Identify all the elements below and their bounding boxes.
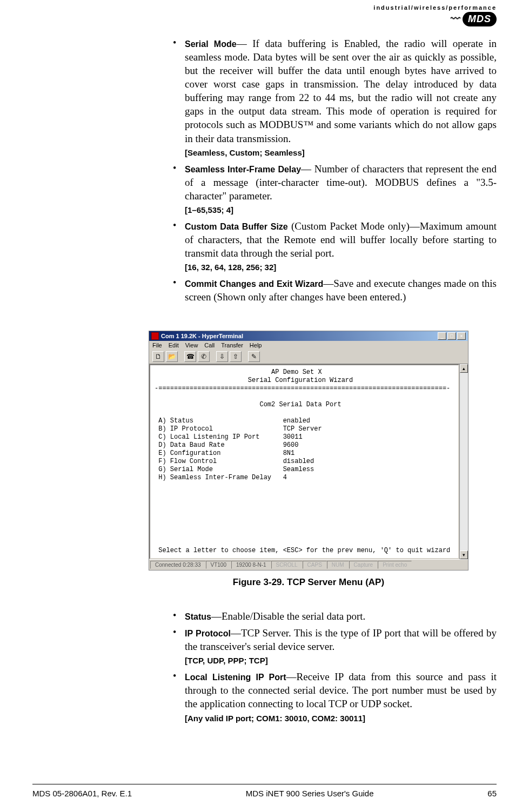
bullet-term: Commit Changes and Exit Wizard <box>185 279 323 288</box>
titlebar: Com 1 19.2K - HyperTerminal _ □ × <box>149 331 468 341</box>
footer-center: MDS iNET 900 Series User's Guide <box>246 789 374 798</box>
close-button[interactable]: × <box>457 332 466 340</box>
bullet-options: [16, 32, 64, 128, 256; 32] <box>185 263 276 272</box>
footer: MDS 05-2806A01, Rev. E.1 MDS iNET 900 Se… <box>32 784 497 798</box>
toolbar-send-icon[interactable]: ⇩ <box>216 351 228 362</box>
bullet-options: [Seamless, Custom; Seamless] <box>185 148 305 157</box>
status-num: NUM <box>327 561 349 569</box>
menu-item[interactable]: Call <box>204 342 215 348</box>
scroll-down-icon[interactable]: ▾ <box>460 551 468 559</box>
bullet-description: —TCP Server. This is the type of IP port… <box>185 627 497 652</box>
figure-container: Com 1 19.2K - HyperTerminal _ □ × FileEd… <box>149 331 468 588</box>
bullet-term: IP Protocol <box>185 629 231 638</box>
menu-item[interactable]: File <box>152 342 162 348</box>
status-connected: Connected 0:28:33 <box>150 561 206 569</box>
header-tagline: industrial/wireless/performance <box>373 4 497 11</box>
bullet-options: [Any valid IP port; COM1: 30010, COM2: 3… <box>185 714 365 723</box>
status-emulation: VT100 <box>206 561 231 569</box>
header-logo: 〰 MDS <box>451 12 497 26</box>
bullet-item: Seamless Inter-Frame Delay— Number of ch… <box>172 162 497 216</box>
vertical-scrollbar[interactable]: ▴ ▾ <box>459 364 468 559</box>
bullet-item: Custom Data Buffer Size (Custom Packet M… <box>172 219 497 273</box>
bullet-item: Status—Enable/Disable the serial data po… <box>172 609 497 623</box>
bullet-item: Local Listening IP Port—Receive IP data … <box>172 670 497 724</box>
toolbar-connect-icon[interactable]: ☎ <box>184 351 196 362</box>
menu-item[interactable]: Edit <box>169 342 179 348</box>
toolbar-open-icon[interactable]: 📂 <box>166 351 178 362</box>
bullet-term: Seamless Inter-Frame Delay <box>185 165 301 174</box>
scroll-track[interactable] <box>460 373 468 551</box>
menu-item[interactable]: View <box>185 342 198 348</box>
toolbar-properties-icon[interactable]: ✎ <box>248 351 260 362</box>
status-capture: Capture <box>349 561 378 569</box>
status-caps: CAPS <box>303 561 327 569</box>
bullet-list-bottom: Status—Enable/Disable the serial data po… <box>172 609 497 724</box>
minimize-button[interactable]: _ <box>438 332 446 340</box>
terminal-body: AP Demo Set X Serial Configuration Wizar… <box>149 364 459 559</box>
status-scroll: SCROLL <box>271 561 303 569</box>
scroll-up-icon[interactable]: ▴ <box>460 364 468 373</box>
status-settings: 19200 8-N-1 <box>231 561 271 569</box>
content-bottom: Status—Enable/Disable the serial data po… <box>172 609 497 728</box>
logo-wave-icon: 〰 <box>451 14 460 25</box>
toolbar-disconnect-icon[interactable]: ✆ <box>198 351 210 362</box>
bullet-options: [1–65,535; 4] <box>185 205 233 214</box>
logo-text: MDS <box>463 12 497 26</box>
app-icon <box>151 332 159 340</box>
bullet-term: Local Listening IP Port <box>185 673 286 682</box>
footer-left: MDS 05-2806A01, Rev. E.1 <box>32 789 132 798</box>
figure-caption: Figure 3-29. TCP Server Menu (AP) <box>149 577 468 588</box>
footer-right: 65 <box>487 789 497 798</box>
bullet-description: —Enable/Disable the serial data port. <box>211 610 365 622</box>
maximize-button[interactable]: □ <box>447 332 456 340</box>
bullet-term: Status <box>185 612 211 621</box>
content-top: Serial Mode— If data buffering is Enable… <box>172 37 497 307</box>
terminal-window: Com 1 19.2K - HyperTerminal _ □ × FileEd… <box>149 331 468 571</box>
statusbar: Connected 0:28:33 VT100 19200 8-N-1 SCRO… <box>149 559 468 570</box>
bullet-options: [TCP, UDP, PPP; TCP] <box>185 656 268 665</box>
bullet-term: Custom Data Buffer Size <box>185 222 288 231</box>
bullet-list-top: Serial Mode— If data buffering is Enable… <box>172 37 497 304</box>
bullet-item: Commit Changes and Exit Wizard—Save and … <box>172 277 497 304</box>
window-title: Com 1 19.2K - HyperTerminal <box>161 333 243 339</box>
menu-item[interactable]: Help <box>250 342 262 348</box>
toolbar: 🗋 📂 ☎ ✆ ⇩ ⇧ ✎ <box>149 350 468 364</box>
bullet-description: — If data buffering is Enabled, the radi… <box>185 38 497 144</box>
toolbar-new-icon[interactable]: 🗋 <box>152 351 164 362</box>
bullet-item: Serial Mode— If data buffering is Enable… <box>172 37 497 159</box>
status-print: Print echo <box>378 561 412 569</box>
menu-item[interactable]: Transfer <box>221 342 243 348</box>
menubar: FileEditViewCallTransferHelp <box>149 341 468 350</box>
toolbar-receive-icon[interactable]: ⇧ <box>230 351 242 362</box>
bullet-term: Serial Mode <box>185 39 237 49</box>
bullet-item: IP Protocol—TCP Server. This is the type… <box>172 626 497 667</box>
